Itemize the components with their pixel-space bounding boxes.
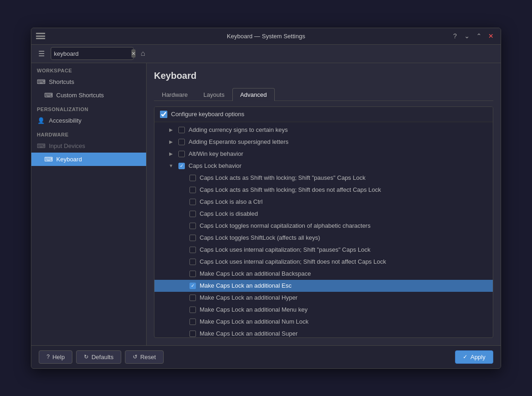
keyboard-icon: ⌨: [44, 156, 53, 162]
input-devices-icon: ⌨: [37, 142, 45, 149]
titlebar: Keyboard — System Settings ? ⌄ ⌃ ✕: [31, 28, 501, 45]
checkbox-caps-disabled[interactable]: [189, 211, 196, 217]
option-caps-esc[interactable]: ▶ ✓ Make Caps Lock an additional Esc: [154, 280, 493, 292]
option-esperanto[interactable]: ▶ Adding Esperanto supersigned letters: [154, 136, 493, 148]
option-caps-menu-label: Make Caps Lock an additional Menu key: [200, 306, 307, 313]
option-caps-disabled-label: Caps Lock is disabled: [200, 210, 258, 217]
option-caps-numlock-label: Make Caps Lock an additional Num Lock: [200, 318, 308, 325]
checkbox-caps-hyper[interactable]: [189, 295, 196, 301]
option-caps-shift-locking[interactable]: ▶ Caps Lock acts as Shift with locking; …: [154, 172, 493, 184]
checkbox-caps-internal-pause[interactable]: [189, 247, 196, 253]
checkbox-altwin[interactable]: [178, 151, 185, 157]
apply-icon: ✓: [463, 354, 467, 360]
expand-currency-icon: ▶: [167, 126, 175, 134]
window-controls: ? ⌄ ⌃ ✕: [450, 31, 496, 41]
expand-caps-icon: ▼: [167, 162, 175, 170]
search-input[interactable]: [54, 50, 131, 57]
tab-layouts[interactable]: Layouts: [195, 88, 232, 101]
option-caps-internal-pause[interactable]: ▶ Caps Lock uses internal capitalization…: [154, 244, 493, 256]
option-caps-ctrl[interactable]: ▶ Caps Lock is also a Ctrl: [154, 196, 493, 208]
apply-label: Apply: [470, 354, 485, 361]
option-caps-disabled[interactable]: ▶ Caps Lock is disabled: [154, 208, 493, 220]
options-panel: Configure keyboard options ▶ Adding curr…: [154, 106, 493, 338]
checkbox-caps-normal[interactable]: [189, 223, 196, 229]
reset-label: Reset: [140, 354, 156, 361]
option-caps-hyper[interactable]: ▶ Make Caps Lock an additional Hyper: [154, 292, 493, 304]
shortcuts-icon: ⌨: [37, 78, 45, 85]
page-title: Keyboard: [154, 71, 493, 81]
sidebar-item-keyboard[interactable]: ⌨ Keyboard: [31, 153, 146, 166]
checkbox-caps-backspace[interactable]: [189, 271, 196, 277]
option-caps-group[interactable]: ▼ ✓ Caps Lock behavior: [154, 160, 493, 172]
option-caps-ctrl-label: Caps Lock is also a Ctrl: [200, 198, 263, 205]
sidebar-item-shortcuts[interactable]: ⌨ Shortcuts: [31, 75, 146, 89]
option-caps-normal[interactable]: ▶ Caps Lock toggles normal capitalizatio…: [154, 220, 493, 232]
accessibility-icon: 👤: [37, 117, 45, 124]
option-caps-shiftlock[interactable]: ▶ Caps Lock toggles ShiftLock (affects a…: [154, 232, 493, 244]
option-altwin[interactable]: ▶ Alt/Win key behavior: [154, 148, 493, 160]
app-icon: [36, 33, 45, 39]
checkbox-caps-internal-noshift[interactable]: [189, 259, 196, 265]
window-title: Keyboard — System Settings: [227, 33, 305, 40]
reset-button[interactable]: ↺ Reset: [125, 350, 164, 364]
checkbox-caps-esc[interactable]: ✓: [189, 283, 196, 289]
sidebar-item-input-devices: ⌨ Input Devices: [31, 139, 146, 153]
option-caps-shift-locking-label: Caps Lock acts as Shift with locking; Sh…: [200, 174, 366, 181]
checkbox-caps-menu[interactable]: [189, 307, 196, 313]
checkbox-caps-group[interactable]: ✓: [178, 163, 185, 169]
home-button[interactable]: ⌂: [136, 47, 149, 60]
option-caps-internal-noshift[interactable]: ▶ Caps Lock uses internal capitalization…: [154, 256, 493, 268]
option-caps-numlock[interactable]: ▶ Make Caps Lock an additional Num Lock: [154, 316, 493, 328]
checkbox-caps-shiftlock[interactable]: [189, 235, 196, 241]
configure-checkbox[interactable]: [160, 111, 167, 118]
sidebar-item-input-devices-label: Input Devices: [49, 142, 85, 149]
checkbox-caps-ctrl[interactable]: [189, 199, 196, 205]
option-currency-label: Adding currency signs to certain keys: [189, 126, 288, 133]
option-caps-shift-nolocking-label: Caps Lock acts as Shift with locking; Sh…: [200, 186, 381, 193]
checkbox-esperanto[interactable]: [178, 139, 185, 145]
sidebar-item-custom-shortcuts[interactable]: ⌨ Custom Shortcuts: [31, 89, 146, 102]
option-caps-shift-nolocking[interactable]: ▶ Caps Lock acts as Shift with locking; …: [154, 184, 493, 196]
tab-advanced[interactable]: Advanced: [232, 88, 275, 101]
checkbox-caps-shift-nolocking[interactable]: [189, 187, 196, 193]
option-caps-backspace-label: Make Caps Lock an additional Backspace: [200, 270, 311, 277]
close-button[interactable]: ✕: [486, 31, 496, 41]
option-caps-esc-label: Make Caps Lock an additional Esc: [200, 282, 291, 289]
option-caps-super[interactable]: ▶ Make Caps Lock an additional Super: [154, 328, 493, 337]
sidebar: Workspace ⌨ Shortcuts ⌨ Custom Shortcuts…: [31, 63, 147, 345]
checkbox-caps-shift-locking[interactable]: [189, 175, 196, 181]
sidebar-section-hardware: Hardware: [31, 127, 146, 139]
option-caps-backspace[interactable]: ▶ Make Caps Lock an additional Backspace: [154, 268, 493, 280]
expand-altwin-icon: ▶: [167, 150, 175, 158]
reset-icon: ↺: [133, 354, 137, 360]
sidebar-section-personalization: Personalization: [31, 102, 146, 114]
sidebar-item-accessibility[interactable]: 👤 Accessibility: [31, 114, 146, 127]
option-caps-menu[interactable]: ▶ Make Caps Lock an additional Menu key: [154, 304, 493, 316]
option-currency[interactable]: ▶ Adding currency signs to certain keys: [154, 124, 493, 136]
minimize-button[interactable]: ⌄: [462, 31, 472, 41]
option-caps-internal-pause-label: Caps Lock uses internal capitalization; …: [200, 246, 371, 253]
option-esperanto-label: Adding Esperanto supersigned letters: [189, 138, 289, 145]
main-window: Keyboard — System Settings ? ⌄ ⌃ ✕ ☰ ✕ ⌂…: [31, 28, 501, 369]
apply-button[interactable]: ✓ Apply: [455, 350, 493, 364]
defaults-button[interactable]: ↻ Defaults: [76, 350, 121, 364]
custom-shortcuts-icon: ⌨: [44, 92, 53, 98]
help-button[interactable]: ?: [450, 31, 460, 41]
bottom-bar: ? Help ↻ Defaults ↺ Reset ✓ Apply: [31, 345, 501, 368]
search-clear-button[interactable]: ✕: [131, 49, 136, 58]
expand-esperanto-icon: ▶: [167, 138, 175, 146]
checkbox-currency[interactable]: [178, 127, 185, 133]
tab-hardware[interactable]: Hardware: [154, 88, 195, 101]
main-content: Workspace ⌨ Shortcuts ⌨ Custom Shortcuts…: [31, 63, 501, 345]
option-caps-super-label: Make Caps Lock an additional Super: [200, 330, 297, 337]
help-icon: ?: [47, 354, 50, 360]
menu-button[interactable]: ☰: [35, 47, 48, 60]
maximize-button[interactable]: ⌃: [474, 31, 484, 41]
tabs: Hardware Layouts Advanced: [154, 88, 493, 101]
option-caps-internal-noshift-label: Caps Lock uses internal capitalization; …: [200, 258, 386, 265]
checkbox-caps-super[interactable]: [189, 331, 196, 337]
defaults-label: Defaults: [91, 354, 113, 361]
sidebar-section-workspace: Workspace: [31, 63, 146, 75]
checkbox-caps-numlock[interactable]: [189, 319, 196, 325]
help-button[interactable]: ? Help: [39, 350, 72, 364]
